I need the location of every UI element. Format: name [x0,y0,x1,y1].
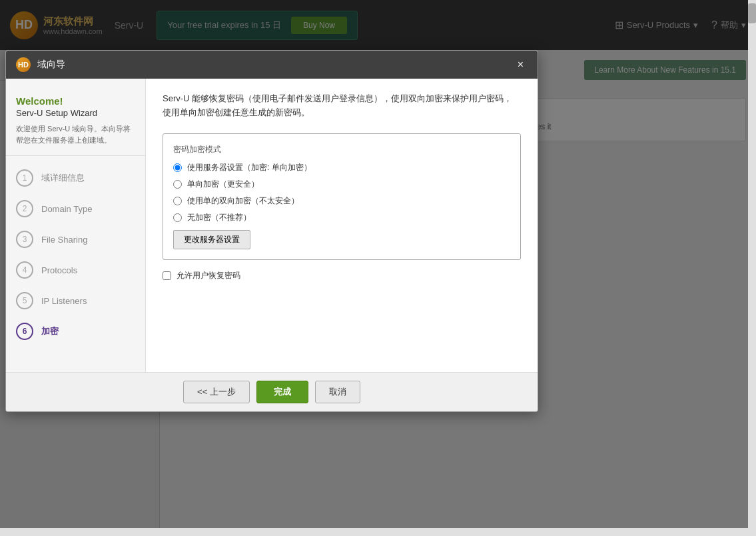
step-label-4: Protocols [41,265,77,275]
radio-label-2: 单向加密（更安全） [187,179,259,190]
allow-recovery-label: 允许用户恢复密码 [177,270,240,281]
intro-paragraph: Serv-U 能够恢复密码（使用电子邮件发送用户登录信息），使用双向加密来保护用… [163,92,521,120]
change-server-button[interactable]: 更改服务器设置 [173,230,250,249]
step-label-2: Domain Type [41,204,92,214]
step-label-3: File Sharing [41,235,87,245]
radio-option-4: 无加密（不推荐） [173,212,510,223]
radio-option-2: 单向加密（更安全） [173,179,510,190]
welcome-desc: 欢迎使用 Serv-U 域向导。本向导将帮您在文件服务器上创建域。 [16,123,135,145]
radio-twoway[interactable] [173,197,182,205]
modal-footer: << 上一步 完成 取消 [6,372,538,411]
scrollbar-thumb [748,3,756,23]
step-circle-3: 3 [16,231,33,248]
modal-dialog: HD 域向导 × Welcome! Serv-U Setup Wizard 欢迎… [5,50,538,412]
radio-option-1: 使用服务器设置（加密: 单向加密） [173,162,510,173]
wizard-subtitle: Serv-U Setup Wizard [16,108,135,118]
allow-recovery-option: 允许用户恢复密码 [163,270,521,281]
nav-step-2[interactable]: 2 Domain Type [6,193,145,224]
step-circle-5: 5 [16,292,33,309]
nav-step-5[interactable]: 5 IP Listeners [6,285,145,316]
allow-recovery-checkbox[interactable] [163,271,171,280]
radio-label-1: 使用服务器设置（加密: 单向加密） [187,162,312,173]
finish-button[interactable]: 完成 [256,381,308,403]
password-box-title: 密码加密模式 [173,144,510,155]
step-label-6: 加密 [41,325,59,337]
step-circle-1: 1 [16,169,33,187]
modal-header: HD 域向导 × [6,51,538,79]
modal-title: 域向导 [37,59,65,71]
modal-main-content: Serv-U 能够恢复密码（使用电子邮件发送用户登录信息），使用双向加密来保护用… [146,79,538,372]
modal-close-button[interactable]: × [514,58,528,71]
radio-server-setting[interactable] [173,163,182,172]
welcome-title: Welcome! [16,95,135,107]
modal-nav: Welcome! Serv-U Setup Wizard 欢迎使用 Serv-U… [6,79,146,372]
nav-step-1[interactable]: 1 域详细信息 [6,163,145,193]
step-label-5: IP Listeners [41,296,87,306]
step-circle-4: 4 [16,261,33,279]
radio-noencryption[interactable] [173,213,182,222]
scrollbar-right[interactable] [748,0,756,536]
radio-option-3: 使用单的双向加密（不太安全） [173,195,510,207]
radio-oneway[interactable] [173,180,182,189]
radio-label-4: 无加密（不推荐） [187,212,251,223]
modal-header-left: HD 域向导 [16,57,65,72]
scrollbar-bottom[interactable] [0,528,748,536]
password-encryption-box: 密码加密模式 使用服务器设置（加密: 单向加密） 单向加密（更安全） 使用单的双… [163,133,521,260]
nav-step-4[interactable]: 4 Protocols [6,255,145,285]
step-circle-6: 6 [16,323,33,340]
modal-welcome: Welcome! Serv-U Setup Wizard 欢迎使用 Serv-U… [6,89,145,156]
back-button[interactable]: << 上一步 [183,381,250,403]
nav-step-3[interactable]: 3 File Sharing [6,224,145,255]
radio-label-3: 使用单的双向加密（不太安全） [187,195,299,207]
modal-icon: HD [16,57,31,72]
step-label-1: 域详细信息 [41,172,85,184]
nav-step-6[interactable]: 6 加密 [6,316,145,347]
cancel-button[interactable]: 取消 [315,381,360,403]
modal-body: Welcome! Serv-U Setup Wizard 欢迎使用 Serv-U… [6,79,538,372]
step-circle-2: 2 [16,200,33,217]
